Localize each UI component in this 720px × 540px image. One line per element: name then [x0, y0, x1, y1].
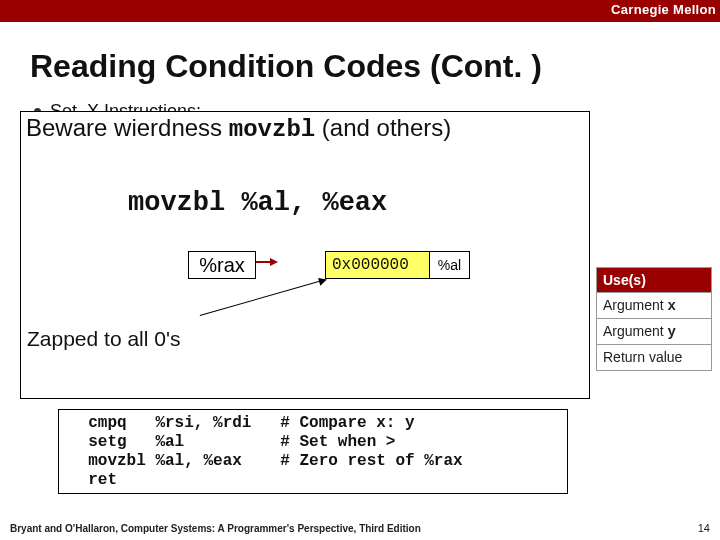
register-header-row: Use(s)	[597, 268, 712, 293]
reg-use: Return value	[603, 349, 682, 365]
university-label: Carnegie Mellon	[611, 2, 716, 17]
rax-box: %rax	[188, 251, 256, 279]
beware-pre: Beware wierdness	[26, 114, 229, 141]
register-table: Use(s) Argument x Argument y Return valu…	[596, 267, 712, 371]
arrow-rax-icon	[256, 261, 276, 263]
table-row: Argument x	[597, 293, 712, 319]
register-header-use: Use(s)	[597, 268, 712, 293]
top-bar: Carnegie Mellon	[0, 0, 720, 22]
beware-code: movzbl	[229, 116, 315, 143]
zapped-text: Zapped to all 0's	[27, 327, 180, 351]
value-box: 0x000000 %al	[325, 251, 470, 279]
code-movzbl: movzbl %al, %eax	[128, 188, 387, 218]
footer-text: Bryant and O'Hallaron, Computer Systems:…	[10, 523, 421, 534]
reg-use-code: y	[668, 324, 676, 340]
overlay-box	[20, 111, 590, 399]
table-row: Argument y	[597, 319, 712, 345]
value-left: 0x000000	[326, 252, 429, 278]
rax-label: %rax	[199, 254, 245, 277]
reg-use-code: x	[668, 298, 676, 314]
page-number: 14	[698, 522, 710, 534]
reg-use: Argument	[603, 297, 668, 313]
slide-title: Reading Condition Codes (Cont. )	[30, 48, 542, 85]
beware-post: (and others)	[315, 114, 451, 141]
table-row: Return value	[597, 345, 712, 371]
beware-line: Beware wierdness movzbl (and others)	[26, 114, 451, 143]
value-right: %al	[429, 252, 469, 278]
asm-block: cmpq %rsi, %rdi # Compare x: y setg %al …	[58, 409, 568, 494]
reg-use: Argument	[603, 323, 668, 339]
slide: Carnegie Mellon Reading Condition Codes …	[0, 0, 720, 540]
